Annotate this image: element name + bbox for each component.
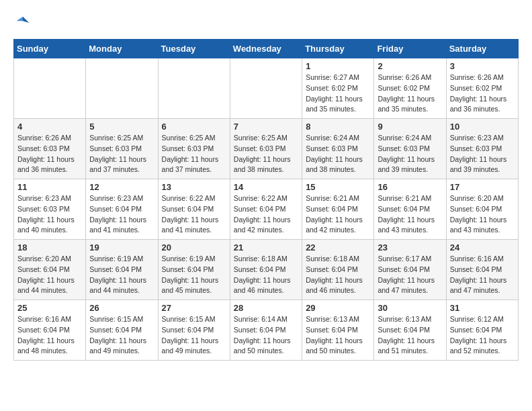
calendar-cell: 16 Sunrise: 6:21 AM Sunset: 6:04 PM Dayl… <box>374 179 446 240</box>
cell-info: Sunrise: 6:21 AM Sunset: 6:04 PM Dayligh… <box>306 194 363 234</box>
cell-info: Sunrise: 6:23 AM Sunset: 6:03 PM Dayligh… <box>450 134 507 173</box>
calendar-cell: 5 Sunrise: 6:25 AM Sunset: 6:03 PM Dayli… <box>86 119 158 179</box>
cell-info: Sunrise: 6:25 AM Sunset: 6:03 PM Dayligh… <box>162 134 219 173</box>
calendar-cell: 7 Sunrise: 6:25 AM Sunset: 6:03 PM Dayli… <box>230 119 302 179</box>
cell-info: Sunrise: 6:13 AM Sunset: 6:04 PM Dayligh… <box>378 315 435 355</box>
day-number: 5 <box>89 122 154 132</box>
calendar-cell <box>158 58 230 119</box>
day-number: 23 <box>378 242 442 253</box>
calendar-cell: 26 Sunrise: 6:15 AM Sunset: 6:04 PM Dayl… <box>86 300 158 361</box>
day-number: 6 <box>162 122 226 132</box>
day-number: 13 <box>162 182 226 192</box>
cell-info: Sunrise: 6:24 AM Sunset: 6:03 PM Dayligh… <box>378 134 435 173</box>
cell-info: Sunrise: 6:22 AM Sunset: 6:04 PM Dayligh… <box>162 194 219 234</box>
day-number: 2 <box>378 61 442 71</box>
day-number: 25 <box>17 303 82 313</box>
day-number: 11 <box>17 182 82 192</box>
day-number: 20 <box>162 242 226 253</box>
calendar-week-row: 18 Sunrise: 6:20 AM Sunset: 6:04 PM Dayl… <box>14 240 519 300</box>
calendar-cell <box>86 58 158 119</box>
day-header-friday: Friday <box>374 40 446 58</box>
calendar-cell: 3 Sunrise: 6:26 AM Sunset: 6:02 PM Dayli… <box>446 58 518 119</box>
calendar-cell: 15 Sunrise: 6:21 AM Sunset: 6:04 PM Dayl… <box>302 179 374 240</box>
cell-info: Sunrise: 6:15 AM Sunset: 6:04 PM Dayligh… <box>89 315 146 355</box>
cell-info: Sunrise: 6:24 AM Sunset: 6:03 PM Dayligh… <box>306 134 363 173</box>
cell-info: Sunrise: 6:26 AM Sunset: 6:02 PM Dayligh… <box>450 73 507 113</box>
day-number: 30 <box>378 303 442 313</box>
cell-info: Sunrise: 6:20 AM Sunset: 6:04 PM Dayligh… <box>17 255 75 294</box>
calendar-week-row: 4 Sunrise: 6:26 AM Sunset: 6:03 PM Dayli… <box>14 119 519 179</box>
cell-info: Sunrise: 6:25 AM Sunset: 6:03 PM Dayligh… <box>89 134 146 173</box>
calendar-cell: 29 Sunrise: 6:13 AM Sunset: 6:04 PM Dayl… <box>302 300 374 361</box>
day-header-tuesday: Tuesday <box>158 40 230 58</box>
calendar-week-row: 1 Sunrise: 6:27 AM Sunset: 6:02 PM Dayli… <box>14 58 519 119</box>
calendar-cell: 30 Sunrise: 6:13 AM Sunset: 6:04 PM Dayl… <box>374 300 446 361</box>
calendar-cell: 28 Sunrise: 6:14 AM Sunset: 6:04 PM Dayl… <box>230 300 302 361</box>
day-number: 18 <box>17 242 82 253</box>
day-number: 16 <box>378 182 442 192</box>
day-header-monday: Monday <box>86 40 158 58</box>
cell-info: Sunrise: 6:19 AM Sunset: 6:04 PM Dayligh… <box>89 255 146 294</box>
cell-info: Sunrise: 6:13 AM Sunset: 6:04 PM Dayligh… <box>306 315 363 355</box>
calendar-cell: 9 Sunrise: 6:24 AM Sunset: 6:03 PM Dayli… <box>374 119 446 179</box>
cell-info: Sunrise: 6:15 AM Sunset: 6:04 PM Dayligh… <box>162 315 219 355</box>
calendar-cell: 21 Sunrise: 6:18 AM Sunset: 6:04 PM Dayl… <box>230 240 302 300</box>
day-number: 31 <box>450 303 515 313</box>
calendar-cell: 13 Sunrise: 6:22 AM Sunset: 6:04 PM Dayl… <box>158 179 230 240</box>
day-number: 10 <box>450 122 515 132</box>
cell-info: Sunrise: 6:20 AM Sunset: 6:04 PM Dayligh… <box>450 194 507 234</box>
calendar-cell: 22 Sunrise: 6:18 AM Sunset: 6:04 PM Dayl… <box>302 240 374 300</box>
calendar-cell: 12 Sunrise: 6:23 AM Sunset: 6:04 PM Dayl… <box>86 179 158 240</box>
day-number: 9 <box>378 122 442 132</box>
cell-info: Sunrise: 6:22 AM Sunset: 6:04 PM Dayligh… <box>234 194 291 234</box>
calendar-cell: 25 Sunrise: 6:16 AM Sunset: 6:04 PM Dayl… <box>14 300 86 361</box>
cell-info: Sunrise: 6:27 AM Sunset: 6:02 PM Dayligh… <box>306 73 363 113</box>
calendar-cell: 4 Sunrise: 6:26 AM Sunset: 6:03 PM Dayli… <box>14 119 86 179</box>
day-number: 4 <box>17 122 82 132</box>
day-number: 29 <box>306 303 370 313</box>
day-number: 27 <box>162 303 226 313</box>
day-number: 7 <box>234 122 298 132</box>
cell-info: Sunrise: 6:17 AM Sunset: 6:04 PM Dayligh… <box>378 255 435 294</box>
cell-info: Sunrise: 6:12 AM Sunset: 6:04 PM Dayligh… <box>450 315 507 355</box>
cell-info: Sunrise: 6:23 AM Sunset: 6:03 PM Dayligh… <box>17 194 75 234</box>
calendar-cell: 20 Sunrise: 6:19 AM Sunset: 6:04 PM Dayl… <box>158 240 230 300</box>
day-number: 19 <box>89 242 154 253</box>
calendar-week-row: 25 Sunrise: 6:16 AM Sunset: 6:04 PM Dayl… <box>14 300 519 361</box>
calendar-cell: 17 Sunrise: 6:20 AM Sunset: 6:04 PM Dayl… <box>446 179 518 240</box>
day-number: 24 <box>450 242 515 253</box>
calendar-cell <box>14 58 86 119</box>
page-header <box>13 13 519 32</box>
cell-info: Sunrise: 6:16 AM Sunset: 6:04 PM Dayligh… <box>17 315 75 355</box>
cell-info: Sunrise: 6:26 AM Sunset: 6:02 PM Dayligh… <box>378 73 435 113</box>
day-number: 14 <box>234 182 298 192</box>
calendar-cell: 19 Sunrise: 6:19 AM Sunset: 6:04 PM Dayl… <box>86 240 158 300</box>
cell-info: Sunrise: 6:18 AM Sunset: 6:04 PM Dayligh… <box>306 255 363 294</box>
calendar-cell: 11 Sunrise: 6:23 AM Sunset: 6:03 PM Dayl… <box>14 179 86 240</box>
cell-info: Sunrise: 6:16 AM Sunset: 6:04 PM Dayligh… <box>450 255 507 294</box>
calendar-cell: 1 Sunrise: 6:27 AM Sunset: 6:02 PM Dayli… <box>302 58 374 119</box>
day-number: 26 <box>89 303 154 313</box>
day-header-thursday: Thursday <box>302 40 374 58</box>
calendar-cell: 23 Sunrise: 6:17 AM Sunset: 6:04 PM Dayl… <box>374 240 446 300</box>
calendar-cell: 31 Sunrise: 6:12 AM Sunset: 6:04 PM Dayl… <box>446 300 518 361</box>
day-header-saturday: Saturday <box>446 40 518 58</box>
calendar-cell: 18 Sunrise: 6:20 AM Sunset: 6:04 PM Dayl… <box>14 240 86 300</box>
day-number: 12 <box>89 182 154 192</box>
calendar-header-row: SundayMondayTuesdayWednesdayThursdayFrid… <box>14 40 519 58</box>
cell-info: Sunrise: 6:19 AM Sunset: 6:04 PM Dayligh… <box>162 255 219 294</box>
logo-icon <box>13 13 32 32</box>
day-header-wednesday: Wednesday <box>230 40 302 58</box>
calendar-cell: 27 Sunrise: 6:15 AM Sunset: 6:04 PM Dayl… <box>158 300 230 361</box>
day-number: 21 <box>234 242 298 253</box>
calendar-cell: 6 Sunrise: 6:25 AM Sunset: 6:03 PM Dayli… <box>158 119 230 179</box>
cell-info: Sunrise: 6:25 AM Sunset: 6:03 PM Dayligh… <box>234 134 291 173</box>
cell-info: Sunrise: 6:18 AM Sunset: 6:04 PM Dayligh… <box>234 255 291 294</box>
calendar-cell: 2 Sunrise: 6:26 AM Sunset: 6:02 PM Dayli… <box>374 58 446 119</box>
calendar-cell: 14 Sunrise: 6:22 AM Sunset: 6:04 PM Dayl… <box>230 179 302 240</box>
cell-info: Sunrise: 6:23 AM Sunset: 6:04 PM Dayligh… <box>89 194 146 234</box>
calendar-table: SundayMondayTuesdayWednesdayThursdayFrid… <box>13 39 519 361</box>
calendar-cell <box>230 58 302 119</box>
cell-info: Sunrise: 6:14 AM Sunset: 6:04 PM Dayligh… <box>234 315 291 355</box>
calendar-cell: 10 Sunrise: 6:23 AM Sunset: 6:03 PM Dayl… <box>446 119 518 179</box>
